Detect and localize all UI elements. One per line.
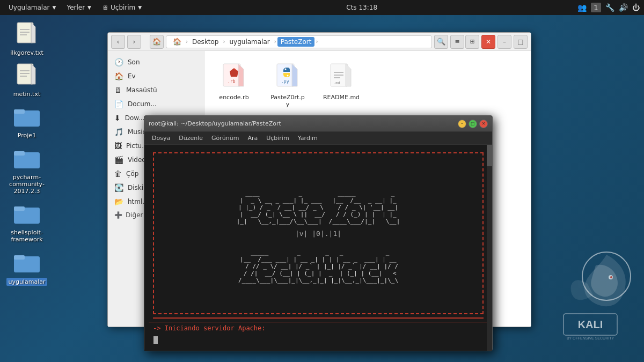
network-icon: 🔧 <box>605 3 614 12</box>
term-divider-area <box>153 317 484 322</box>
fm-view-list-btn[interactable]: ≡ <box>450 35 464 49</box>
term-menu-yardim[interactable]: Yardım <box>294 134 322 143</box>
icon-pycharm[interactable]: pycharm-community-2017.2.3 <box>5 146 48 195</box>
term-title-text: root@kali: ~/Desktop/uygulamalar/PasteZo… <box>149 120 281 127</box>
term-menu-goruntum[interactable]: Görünüm <box>207 134 243 143</box>
term-menu-duzenle[interactable]: Düzenle <box>174 134 207 143</box>
desktop: Uygulamalar ▼ Yerler ▼ 🖥 Uçbirim ▼ Cts 1… <box>0 0 644 362</box>
term-command-line: -> Iniciando servidor Apache: <box>153 324 484 332</box>
term-cursor <box>153 336 158 344</box>
fm-forward-btn[interactable]: › <box>127 35 141 49</box>
svg-point-32 <box>287 75 289 77</box>
svg-marker-1 <box>31 23 35 43</box>
menu-yerler[interactable]: Yerler ▼ <box>62 3 96 12</box>
icon-label-metin: metin.txt <box>13 91 40 98</box>
icon-uygulamalar[interactable]: uygulamalar <box>5 250 48 286</box>
menu-arrow3: ▼ <box>138 5 142 10</box>
breadcrumb-home[interactable]: 🏠 <box>170 36 185 47</box>
term-win-controls: – □ ✕ <box>458 120 488 128</box>
icon-label-shellsploit: shellsploit-framework <box>5 229 48 243</box>
workspace-number[interactable]: 1 <box>591 3 601 12</box>
term-scrollbar-thumb <box>487 145 492 166</box>
svg-text:KALI: KALI <box>578 319 603 330</box>
folder-icon-uygulamalar <box>14 250 40 276</box>
term-menu-ucbirim[interactable]: Uçbirim <box>262 134 293 143</box>
txt-file-icon <box>14 21 40 47</box>
term-bottom: -> Iniciando servidor Apache: <box>149 322 488 346</box>
menu-uygulamalar[interactable]: Uygulamalar ▼ <box>4 3 60 12</box>
term-maximize-btn[interactable]: □ <box>469 120 477 128</box>
python-file-icon: .py <box>275 62 301 92</box>
term-menu-ara[interactable]: Ara <box>243 134 262 143</box>
volume-icon: 🔊 <box>619 3 628 12</box>
sidebar-item-son[interactable]: 🕐 Son <box>108 55 204 69</box>
svg-marker-6 <box>31 64 35 84</box>
folder-icon-shellsploit <box>14 201 40 227</box>
terminal-window: root@kali: ~/Desktop/uygulamalar/PasteZo… <box>144 115 493 351</box>
svg-marker-25 <box>238 64 244 86</box>
icon-label-uygulamalar: uygulamalar <box>6 278 47 286</box>
breadcrumb-pastezort[interactable]: PasteZort <box>277 37 315 47</box>
music-icon: 🎵 <box>114 128 123 136</box>
sidebar-item-ev[interactable]: 🏠 Ev <box>108 69 204 83</box>
folder-icon-proje1 <box>14 104 40 130</box>
icon-label-ilkgorev: ilkgorev.txt <box>10 49 43 56</box>
trash-icon: 🗑 <box>114 169 122 178</box>
term-body: ____ _ _____ _ | _ \ __ _ ___| |_ ___ |_… <box>144 145 492 351</box>
breadcrumb-sep3: › <box>274 39 276 45</box>
folder-icon-si: 📂 <box>114 197 123 206</box>
videos-icon: 🎬 <box>114 156 123 164</box>
menu-arrow2: ▼ <box>87 5 91 10</box>
downloads-icon: ⬇ <box>114 114 121 122</box>
svg-text:.md: .md <box>333 81 340 85</box>
desktop-icon-si: 🖥 <box>114 86 122 94</box>
term-menubar: Dosya Düzenle Görünüm Ara Uçbirim Yardım <box>144 132 492 145</box>
fm-view-grid-btn[interactable]: ⊞ <box>465 35 479 49</box>
icon-ilkgorev[interactable]: ilkgorev.txt <box>5 21 48 56</box>
icon-label-proje1: Proje1 <box>18 132 36 139</box>
desktop-icons: ilkgorev.txt metin.txt Pr <box>5 21 48 286</box>
fm-back-btn[interactable]: ‹ <box>111 35 125 49</box>
file-readme-md[interactable]: .md README.md <box>323 62 360 101</box>
home-icon: 🏠 <box>114 72 123 80</box>
power-icon: ⏻ <box>632 3 640 12</box>
clock-icon: 🕐 <box>114 58 123 67</box>
menu-ucbirim[interactable]: 🖥 Uçbirim ▼ <box>98 3 146 12</box>
file-label-encode: encode.rb <box>219 94 248 101</box>
icon-proje1[interactable]: Proje1 <box>5 104 48 139</box>
term-close-btn[interactable]: ✕ <box>479 120 488 128</box>
icon-shellsploit[interactable]: shellsploit-framework <box>5 201 48 243</box>
svg-point-20 <box>610 276 612 278</box>
term-prompt-line <box>153 334 484 344</box>
breadcrumb-sep1: › <box>186 39 188 45</box>
term-scrollbar[interactable] <box>487 145 492 351</box>
file-pastezort-py[interactable]: .py PasteZ0rt.py <box>269 62 306 108</box>
pictures-icon: 🖼 <box>114 142 122 150</box>
fm-minimize-btn[interactable]: – <box>497 35 511 49</box>
ascii-art-zedahack: _____ _ _ _ _ |__ /___ ___| | __ _| | | … <box>238 242 398 284</box>
icon-metin[interactable]: metin.txt <box>5 63 48 98</box>
documents-icon: 📄 <box>114 100 123 108</box>
folder-icon-pycharm <box>14 146 40 172</box>
fm-toolbar: ‹ › 🏠 🏠 › Desktop › uygulamalar › PasteZ… <box>108 33 531 51</box>
sidebar-item-masaustu[interactable]: 🖥 Masaüstü <box>108 83 204 97</box>
breadcrumb-desktop[interactable]: Desktop <box>189 37 222 47</box>
fm-search-btn[interactable]: 🔍 <box>434 35 448 49</box>
term-menu-dosya[interactable]: Dosya <box>148 134 174 143</box>
svg-rect-13 <box>14 151 25 156</box>
svg-point-31 <box>285 69 287 70</box>
menu-arrow: ▼ <box>52 5 56 10</box>
fm-close-btn[interactable]: ✕ <box>481 35 495 49</box>
breadcrumb-uygulamalar[interactable]: uygulamalar <box>226 37 273 47</box>
fm-home-btn[interactable]: 🏠 <box>150 35 164 49</box>
sidebar-item-documents[interactable]: 📄 Docum... <box>108 97 204 111</box>
taskbar-clock: Cts 13:18 <box>346 4 377 11</box>
term-minimize-btn[interactable]: – <box>458 120 466 128</box>
svg-rect-17 <box>14 255 25 260</box>
kali-logo: KALI BY OFFENSIVE SECURITY <box>547 244 633 351</box>
file-encode-rb[interactable]: .rb encode.rb <box>215 62 253 101</box>
ascii-art-pastezort: ____ _ _____ _ | _ \ __ _ ___| |_ ___ |_… <box>237 182 400 225</box>
term-titlebar: root@kali: ~/Desktop/uygulamalar/PasteZo… <box>144 116 492 132</box>
terminal-icon: 🖥 <box>102 4 108 11</box>
fm-maximize-btn[interactable]: □ <box>514 35 528 49</box>
